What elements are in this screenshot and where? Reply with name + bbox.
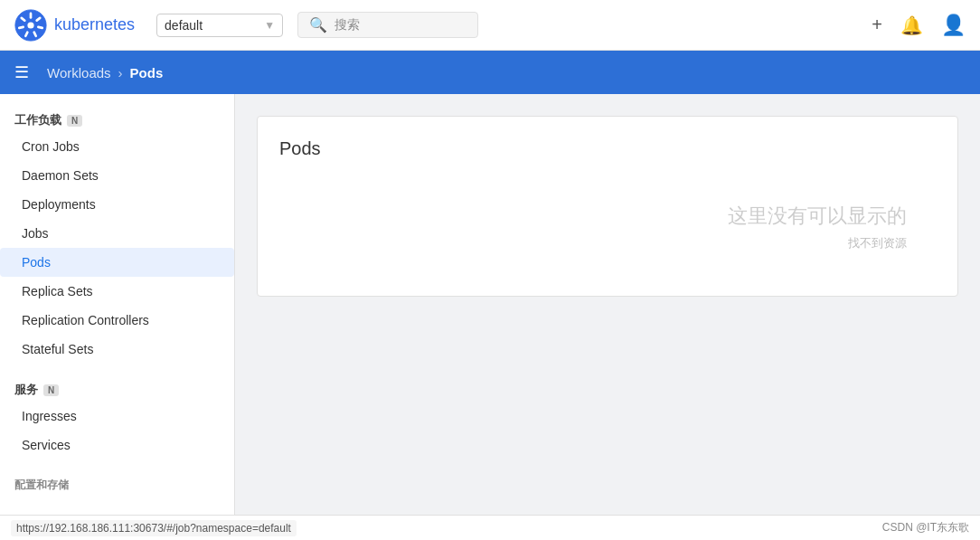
sidebar-item-jobs[interactable]: Jobs — [0, 219, 234, 248]
replica-sets-label: Replica Sets — [22, 284, 93, 298]
empty-state-sub-text: 找不到资源 — [848, 235, 907, 251]
notifications-icon[interactable]: 🔔 — [900, 14, 923, 36]
svg-point-1 — [27, 22, 33, 28]
hamburger-menu-icon[interactable]: ☰ — [14, 62, 29, 82]
workloads-badge: N — [67, 115, 82, 127]
cron-jobs-label: Cron Jobs — [22, 139, 80, 154]
ingresses-label: Ingresses — [22, 409, 77, 423]
kubernetes-logo-icon — [14, 9, 47, 42]
sidebar-section-config: 配置和存储 — [0, 467, 234, 497]
stateful-sets-label: Stateful Sets — [22, 342, 93, 356]
logo[interactable]: kubernetes — [14, 9, 135, 42]
page-title: Pods — [279, 138, 936, 159]
daemon-sets-label: Daemon Sets — [22, 168, 99, 183]
content-card: Pods 这里没有可以显示的 找不到资源 — [257, 116, 958, 297]
sidebar-item-services[interactable]: Services — [0, 431, 234, 459]
replication-controllers-label: Replication Controllers — [22, 313, 149, 327]
breadcrumb-workloads[interactable]: Workloads — [47, 65, 111, 81]
search-bar[interactable]: 🔍 搜索 — [297, 12, 478, 38]
jobs-label: Jobs — [22, 226, 49, 241]
search-placeholder: 搜索 — [335, 17, 360, 33]
breadcrumb-pods: Pods — [130, 65, 164, 81]
chevron-down-icon: ▼ — [264, 19, 275, 32]
sidebar-item-cron-jobs[interactable]: Cron Jobs — [0, 132, 234, 161]
logo-text: kubernetes — [54, 15, 135, 34]
namespace-value: default — [165, 18, 203, 33]
sidebar-item-stateful-sets[interactable]: Stateful Sets — [0, 335, 234, 364]
layout: 工作负载 N Cron Jobs Daemon Sets Deployments… — [0, 94, 980, 540]
pods-label: Pods — [22, 255, 51, 270]
empty-state-main-text: 这里没有可以显示的 — [728, 203, 907, 230]
search-icon: 🔍 — [309, 16, 327, 33]
services-badge: N — [43, 384, 59, 396]
services-section-label: 服务 — [14, 382, 38, 398]
navbar: kubernetes default ▼ 🔍 搜索 + 🔔 👤 — [0, 0, 980, 51]
empty-state: 这里没有可以显示的 找不到资源 — [279, 181, 936, 273]
sidebar-item-ingresses[interactable]: Ingresses — [0, 402, 234, 431]
sidebar-item-replication-controllers[interactable]: Replication Controllers — [0, 306, 234, 335]
breadcrumb-bar: ☰ Workloads › Pods — [0, 51, 980, 94]
sidebar-item-deployments[interactable]: Deployments — [0, 190, 234, 219]
add-button[interactable]: + — [872, 14, 882, 35]
workloads-section-label: 工作负载 — [14, 112, 61, 128]
sidebar-section-workloads: 工作负载 N — [0, 101, 234, 132]
sidebar-item-pods[interactable]: Pods — [0, 248, 234, 277]
navbar-actions: + 🔔 👤 — [872, 14, 966, 37]
user-avatar[interactable]: 👤 — [941, 14, 966, 37]
namespace-selector[interactable]: default ▼ — [156, 14, 283, 37]
svg-rect-2 — [30, 12, 33, 18]
sidebar-item-replica-sets[interactable]: Replica Sets — [0, 277, 234, 306]
statusbar-url: https://192.168.186.111:30673/#/job?name… — [11, 520, 297, 536]
sidebar-item-daemon-sets[interactable]: Daemon Sets — [0, 161, 234, 190]
main-content: Pods 这里没有可以显示的 找不到资源 — [235, 94, 980, 540]
sidebar-section-services: 服务 N — [0, 371, 234, 402]
breadcrumb-separator: › — [118, 65, 123, 81]
config-section-label: 配置和存储 — [14, 478, 69, 493]
statusbar: https://192.168.186.111:30673/#/job?name… — [0, 515, 980, 540]
services-label: Services — [22, 438, 71, 452]
sidebar: 工作负载 N Cron Jobs Daemon Sets Deployments… — [0, 94, 235, 540]
deployments-label: Deployments — [22, 197, 96, 212]
statusbar-brand: CSDN @IT东东歌 — [882, 520, 969, 535]
